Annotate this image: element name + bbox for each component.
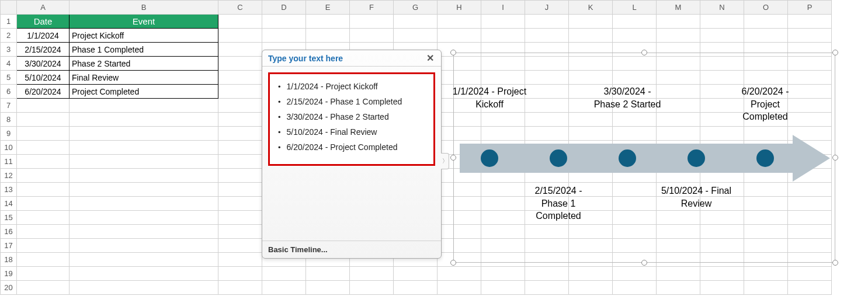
cell-I20[interactable] xyxy=(481,281,525,295)
cell-K2[interactable] xyxy=(569,29,613,43)
col-header-M[interactable]: M xyxy=(657,1,700,15)
cell-D2[interactable] xyxy=(262,29,306,43)
timeline-dot[interactable] xyxy=(756,149,774,167)
cell-A19[interactable] xyxy=(17,267,70,281)
cell-C12[interactable] xyxy=(218,169,262,183)
row-header-11[interactable]: 11 xyxy=(1,155,17,169)
cell-B19[interactable] xyxy=(70,267,218,281)
row-header-16[interactable]: 16 xyxy=(1,225,17,239)
cell-B18[interactable] xyxy=(70,253,218,267)
row-header-1[interactable]: 1 xyxy=(1,15,17,29)
cell-P1[interactable] xyxy=(788,15,832,29)
row-header-19[interactable]: 19 xyxy=(1,267,17,281)
cell-P19[interactable] xyxy=(788,267,832,281)
cell-K20[interactable] xyxy=(569,281,613,295)
row-header-7[interactable]: 7 xyxy=(1,99,17,113)
cell-B14[interactable] xyxy=(70,197,218,211)
cell-C8[interactable] xyxy=(218,113,262,127)
col-header-L[interactable]: L xyxy=(613,1,657,15)
cell-A13[interactable] xyxy=(17,183,70,197)
row-header-5[interactable]: 5 xyxy=(1,71,17,85)
cell-A5[interactable]: 5/10/2024 xyxy=(17,71,70,85)
cell-B7[interactable] xyxy=(70,99,218,113)
cell-B16[interactable] xyxy=(70,225,218,239)
cell-A8[interactable] xyxy=(17,113,70,127)
cell-C16[interactable] xyxy=(218,225,262,239)
row-header-13[interactable]: 13 xyxy=(1,183,17,197)
cell-E1[interactable] xyxy=(306,15,350,29)
cell-B12[interactable] xyxy=(70,169,218,183)
cell-B8[interactable] xyxy=(70,113,218,127)
cell-G20[interactable] xyxy=(394,281,438,295)
resize-handle[interactable] xyxy=(641,260,647,266)
cell-M20[interactable] xyxy=(657,281,700,295)
cell-C10[interactable] xyxy=(218,141,262,155)
cell-A14[interactable] xyxy=(17,197,70,211)
cell-F1[interactable] xyxy=(350,15,394,29)
cell-O20[interactable] xyxy=(744,281,788,295)
cell-B4[interactable]: Phase 2 Started xyxy=(70,57,218,71)
row-header-2[interactable]: 2 xyxy=(1,29,17,43)
cell-E20[interactable] xyxy=(306,281,350,295)
col-header-O[interactable]: O xyxy=(744,1,788,15)
cell-A11[interactable] xyxy=(17,155,70,169)
cell-C6[interactable] xyxy=(218,85,262,99)
row-header-6[interactable]: 6 xyxy=(1,85,17,99)
cell-B13[interactable] xyxy=(70,183,218,197)
col-header-P[interactable]: P xyxy=(788,1,832,15)
resize-handle[interactable] xyxy=(450,50,456,55)
cell-H19[interactable] xyxy=(438,267,481,281)
cell-L19[interactable] xyxy=(613,267,657,281)
cell-C14[interactable] xyxy=(218,197,262,211)
cell-A9[interactable] xyxy=(17,127,70,141)
row-header-17[interactable]: 17 xyxy=(1,239,17,253)
cell-H1[interactable] xyxy=(438,15,481,29)
cell-C2[interactable] xyxy=(218,29,262,43)
cell-M19[interactable] xyxy=(657,267,700,281)
text-pane-item[interactable]: 1/1/2024 - Project Kickoff xyxy=(278,79,430,94)
cell-J2[interactable] xyxy=(525,29,569,43)
cell-J1[interactable] xyxy=(525,15,569,29)
cell-D1[interactable] xyxy=(262,15,306,29)
row-header-14[interactable]: 14 xyxy=(1,197,17,211)
col-header-H[interactable]: H xyxy=(438,1,481,15)
cell-C18[interactable] xyxy=(218,253,262,267)
cell-B1[interactable]: Event xyxy=(70,15,218,29)
row-header-12[interactable]: 12 xyxy=(1,169,17,183)
cell-H2[interactable] xyxy=(438,29,481,43)
cell-A12[interactable] xyxy=(17,169,70,183)
text-pane-item[interactable]: 6/20/2024 - Project Completed xyxy=(278,140,430,155)
cell-L2[interactable] xyxy=(613,29,657,43)
cell-E19[interactable] xyxy=(306,267,350,281)
cell-E2[interactable] xyxy=(306,29,350,43)
col-header-I[interactable]: I xyxy=(481,1,525,15)
col-header-C[interactable]: C xyxy=(218,1,262,15)
resize-handle[interactable] xyxy=(832,260,838,266)
cell-D19[interactable] xyxy=(262,267,306,281)
cell-C7[interactable] xyxy=(218,99,262,113)
cell-A6[interactable]: 6/20/2024 xyxy=(17,85,70,99)
timeline-dot[interactable] xyxy=(619,149,636,167)
cell-N1[interactable] xyxy=(700,15,744,29)
cell-C20[interactable] xyxy=(218,281,262,295)
row-header-3[interactable]: 3 xyxy=(1,43,17,57)
cell-M2[interactable] xyxy=(657,29,700,43)
col-header-D[interactable]: D xyxy=(262,1,306,15)
cell-M1[interactable] xyxy=(657,15,700,29)
col-header-G[interactable]: G xyxy=(394,1,438,15)
cell-C19[interactable] xyxy=(218,267,262,281)
smartart-text-pane[interactable]: Type your text here ✕ 1/1/2024 - Project… xyxy=(262,50,442,259)
resize-handle[interactable] xyxy=(832,50,838,55)
row-header-20[interactable]: 20 xyxy=(1,281,17,295)
cell-C11[interactable] xyxy=(218,155,262,169)
cell-B5[interactable]: Final Review xyxy=(70,71,218,85)
cell-I1[interactable] xyxy=(481,15,525,29)
cell-B10[interactable] xyxy=(70,141,218,155)
cell-C13[interactable] xyxy=(218,183,262,197)
text-pane-list[interactable]: 1/1/2024 - Project Kickoff2/15/2024 - Ph… xyxy=(278,79,430,155)
cell-P20[interactable] xyxy=(788,281,832,295)
cell-A16[interactable] xyxy=(17,225,70,239)
cell-A3[interactable]: 2/15/2024 xyxy=(17,43,70,57)
cell-N20[interactable] xyxy=(700,281,744,295)
cell-N19[interactable] xyxy=(700,267,744,281)
